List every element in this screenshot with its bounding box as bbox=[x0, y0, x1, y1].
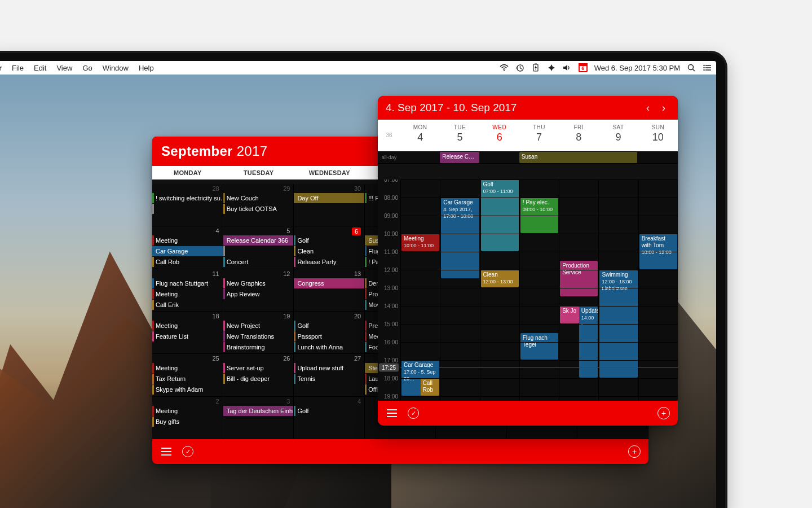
month-event[interactable]: Concert bbox=[223, 257, 294, 267]
month-event[interactable]: Meeting bbox=[152, 363, 223, 373]
month-event[interactable]: Golf bbox=[294, 321, 364, 331]
allday-event[interactable]: Susan bbox=[519, 152, 637, 163]
month-event[interactable]: Upload new stuff bbox=[294, 363, 364, 373]
week-titlebar[interactable]: 4. Sep 2017 - 10. Sep 2017 ‹ › bbox=[378, 96, 678, 120]
month-event[interactable]: ! switching electricity su… bbox=[152, 193, 223, 203]
month-event[interactable]: New Couch bbox=[223, 193, 294, 203]
month-event[interactable]: Day Off bbox=[294, 193, 364, 203]
allday-cell[interactable] bbox=[480, 151, 519, 163]
week-day-column-header[interactable]: WED6 bbox=[480, 120, 519, 151]
week-body[interactable]: 07:0008:0009:0010:0011:0012:0013:0014:00… bbox=[378, 179, 678, 401]
month-event[interactable]: Call Erik bbox=[152, 300, 223, 310]
week-event[interactable]: Clean12:00 - 13:00 bbox=[481, 270, 519, 287]
month-day-cell[interactable]: 26Server set-upBill - dig deeper bbox=[223, 354, 294, 396]
month-event[interactable]: Server set-up bbox=[223, 363, 294, 373]
month-event[interactable]: Meeting bbox=[152, 235, 223, 246]
menubar-calendar-icon[interactable]: 6 bbox=[579, 63, 588, 72]
week-day-column-header[interactable]: MON4 bbox=[400, 120, 440, 151]
month-day-cell[interactable]: 6GolfCleanRelease Party bbox=[294, 226, 365, 269]
month-day-cell[interactable]: 20GolfPassportLunch with Anna bbox=[294, 312, 365, 354]
month-day-cell[interactable]: 4MeetingCar GarageCall Rob bbox=[152, 226, 223, 269]
month-event[interactable]: Bill - dig deeper bbox=[223, 374, 294, 384]
week-day-column-header[interactable]: SUN10 bbox=[638, 120, 678, 151]
prev-week-button[interactable]: ‹ bbox=[642, 102, 654, 114]
month-event[interactable]: Skype with Adam bbox=[152, 384, 223, 395]
month-event[interactable]: Meeting bbox=[152, 321, 223, 331]
menubar-item-view[interactable]: View bbox=[56, 64, 72, 72]
menu-extra-icon[interactable] bbox=[547, 63, 556, 72]
menubar-item-go[interactable]: Go bbox=[82, 64, 92, 72]
week-day-column-header[interactable]: SAT9 bbox=[598, 120, 638, 151]
menubar-item-file[interactable]: File bbox=[12, 64, 24, 72]
menu-button[interactable] bbox=[386, 407, 398, 419]
month-day-cell[interactable]: 18MeetingFeature List bbox=[152, 312, 223, 354]
week-event[interactable]: Car Garage4. Sep 2017, 17:00 - 10:00 bbox=[441, 198, 479, 278]
month-event[interactable]: Meeting bbox=[152, 289, 223, 299]
month-day-cell[interactable]: 29New CouchBuy ticket QOTSA bbox=[223, 184, 294, 226]
next-week-button[interactable]: › bbox=[657, 102, 670, 114]
menubar-item-window[interactable]: Window bbox=[103, 64, 129, 72]
week-day-column-header[interactable]: TUE5 bbox=[440, 120, 479, 151]
allday-event[interactable]: Release C… bbox=[440, 152, 479, 163]
month-event[interactable]: Tax Return bbox=[152, 374, 223, 384]
month-event[interactable]: Meeting bbox=[152, 406, 223, 416]
month-event[interactable]: Lunch with Anna bbox=[294, 342, 364, 352]
allday-cell[interactable] bbox=[400, 151, 440, 163]
month-event[interactable]: Brainstorming bbox=[223, 342, 294, 352]
month-event[interactable]: Tennis bbox=[294, 374, 364, 384]
add-event-button[interactable]: + bbox=[657, 407, 670, 419]
month-day-cell[interactable]: 12New GraphicsApp Review bbox=[223, 269, 294, 312]
month-event[interactable]: Congress bbox=[294, 278, 364, 288]
week-day-column-header[interactable]: FRI8 bbox=[559, 120, 598, 151]
week-event[interactable]: Production Service bbox=[560, 261, 598, 296]
month-day-cell[interactable]: 27Upload new stuffTennis bbox=[294, 354, 365, 396]
week-event[interactable]: Flug nach Tegel bbox=[520, 333, 558, 360]
allday-cell[interactable] bbox=[638, 151, 678, 163]
menu-button[interactable] bbox=[160, 445, 173, 458]
notification-center-icon[interactable] bbox=[703, 63, 712, 72]
month-day-cell[interactable]: 25MeetingTax ReturnSkype with Adam bbox=[152, 354, 223, 396]
month-day-cell[interactable]: 19New ProjectNew TranslationsBrainstormi… bbox=[223, 312, 294, 354]
volume-icon[interactable] bbox=[563, 63, 572, 72]
menubar-clock[interactable]: Wed 6. Sep 2017 5:30 PM bbox=[594, 64, 680, 72]
month-event[interactable]: Call Rob bbox=[152, 257, 223, 267]
month-event[interactable]: Golf bbox=[294, 235, 364, 246]
month-event[interactable]: Release Party bbox=[294, 257, 364, 267]
month-event[interactable] bbox=[223, 246, 294, 256]
add-event-button[interactable]: + bbox=[628, 445, 641, 458]
month-day-cell[interactable]: 30Day Off bbox=[294, 184, 365, 226]
month-event[interactable]: New Project bbox=[223, 321, 294, 331]
month-day-cell[interactable]: 5Release Calendar 366 Concert bbox=[223, 226, 294, 269]
time-machine-icon[interactable] bbox=[515, 63, 524, 72]
month-event[interactable]: Car Garage bbox=[152, 246, 223, 256]
month-event[interactable]: App Review bbox=[223, 289, 294, 299]
month-event[interactable] bbox=[152, 204, 223, 214]
month-day-cell[interactable]: 13Congress bbox=[294, 269, 365, 312]
spotlight-icon[interactable] bbox=[687, 63, 696, 72]
month-event[interactable]: Passport bbox=[294, 331, 364, 341]
month-event[interactable]: Buy ticket QOTSA bbox=[223, 204, 294, 214]
month-event[interactable]: Release Calendar 366 bbox=[223, 235, 294, 246]
tasks-button[interactable]: ✓ bbox=[182, 445, 194, 458]
week-event[interactable]: Meeting10:00 - 11:00 bbox=[401, 234, 439, 251]
month-event[interactable]: Buy gifts bbox=[152, 417, 223, 427]
month-day-cell[interactable]: 28! switching electricity su… bbox=[152, 184, 223, 226]
week-event[interactable]: Call Rob bbox=[421, 378, 440, 396]
month-event[interactable]: Golf bbox=[294, 406, 364, 416]
menubar-app-name[interactable]: r bbox=[0, 64, 2, 72]
month-day-cell[interactable]: 11Flug nach StuttgartMeetingCall Erik bbox=[152, 269, 223, 312]
month-day-cell[interactable]: 2MeetingBuy gifts bbox=[152, 397, 223, 439]
week-event[interactable]: Sk Jo bbox=[560, 306, 579, 323]
month-day-cell[interactable]: 3Tag der Deutschen Einh… bbox=[223, 397, 294, 439]
month-event[interactable]: Flug nach Stuttgart bbox=[152, 278, 223, 288]
month-event[interactable]: Clean bbox=[294, 246, 364, 256]
allday-cell[interactable]: Susan bbox=[519, 151, 559, 163]
menubar-item-edit[interactable]: Edit bbox=[34, 64, 46, 72]
week-day-column-header[interactable]: THU7 bbox=[519, 120, 559, 151]
month-day-cell[interactable]: 4Golf bbox=[294, 397, 365, 439]
allday-cell[interactable]: Release C… bbox=[440, 151, 479, 163]
wifi-icon[interactable] bbox=[500, 63, 509, 72]
menubar-item-help[interactable]: Help bbox=[139, 64, 154, 72]
tasks-button[interactable]: ✓ bbox=[407, 407, 420, 419]
battery-status-icon[interactable] bbox=[531, 63, 540, 72]
